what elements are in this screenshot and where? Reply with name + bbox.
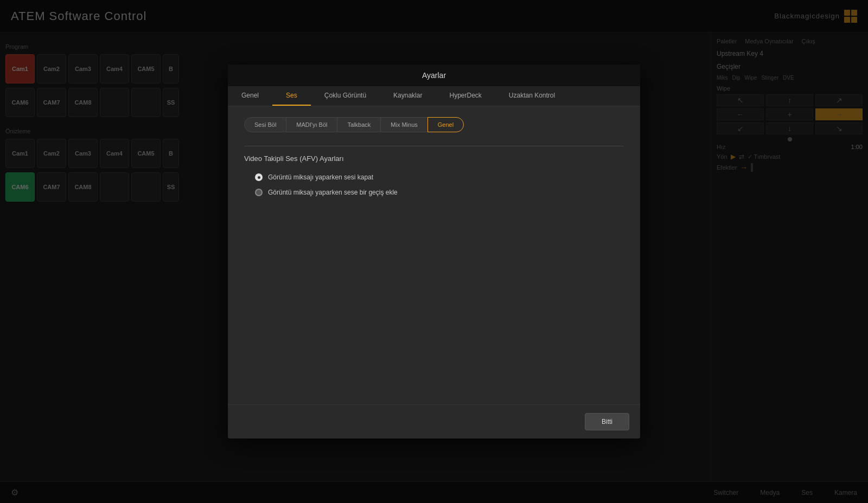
- modal-tab-uzaktan-kontrol[interactable]: Uzaktan Kontrol: [495, 86, 569, 106]
- radio-group: Görüntü miksajı yaparken sesi kapat Görü…: [244, 173, 624, 196]
- radio-circle-gecis-ekle: [255, 189, 263, 196]
- sub-tab-madıyı-bol[interactable]: MADI'yı Böl: [286, 117, 337, 132]
- radio-circle-kapat: [255, 173, 263, 181]
- radio-item-gecis-ekle[interactable]: Görüntü miksajı yaparken sese bir geçiş …: [255, 189, 624, 196]
- done-button[interactable]: Bitti: [585, 413, 629, 430]
- radio-item-kapat[interactable]: Görüntü miksajı yaparken sesi kapat: [255, 173, 624, 181]
- modal-tab-kaynaklar[interactable]: Kaynaklar: [380, 86, 436, 106]
- sub-tab-genel[interactable]: Genel: [427, 117, 464, 132]
- modal-body: Sesi Böl MADI'yı Böl Talkback Mix Minus …: [228, 106, 640, 404]
- modal-overlay: Ayarlar Genel Ses Çoklu Görüntü Kaynakla…: [0, 0, 868, 503]
- modal-titlebar: Ayarlar: [228, 65, 640, 86]
- afv-section-title: Video Takipli Ses (AFV) Ayarları: [244, 154, 624, 163]
- sub-tabs: Sesi Böl MADI'yı Böl Talkback Mix Minus …: [244, 117, 624, 132]
- radio-label-gecis-ekle: Görüntü miksajı yaparken sese bir geçiş …: [268, 189, 398, 196]
- radio-label-kapat: Görüntü miksajı yaparken sesi kapat: [268, 173, 373, 181]
- settings-modal: Ayarlar Genel Ses Çoklu Görüntü Kaynakla…: [228, 65, 640, 438]
- modal-title: Ayarlar: [422, 71, 446, 80]
- modal-footer: Bitti: [228, 404, 640, 438]
- app-background: ATEM Software Control Blackmagicdesign P…: [0, 0, 868, 503]
- modal-tab-hyperdeck[interactable]: HyperDeck: [436, 86, 495, 106]
- modal-tab-genel[interactable]: Genel: [228, 86, 272, 106]
- separator-1: [244, 146, 624, 146]
- modal-tab-ses[interactable]: Ses: [272, 86, 311, 106]
- modal-tab-coklu-goruntu[interactable]: Çoklu Görüntü: [311, 86, 380, 106]
- sub-tab-mix-minus[interactable]: Mix Minus: [380, 117, 428, 132]
- modal-tabs: Genel Ses Çoklu Görüntü Kaynaklar HyperD…: [228, 86, 640, 106]
- sub-tab-sesi-bol[interactable]: Sesi Böl: [244, 117, 286, 132]
- sub-tab-talkback[interactable]: Talkback: [337, 117, 381, 132]
